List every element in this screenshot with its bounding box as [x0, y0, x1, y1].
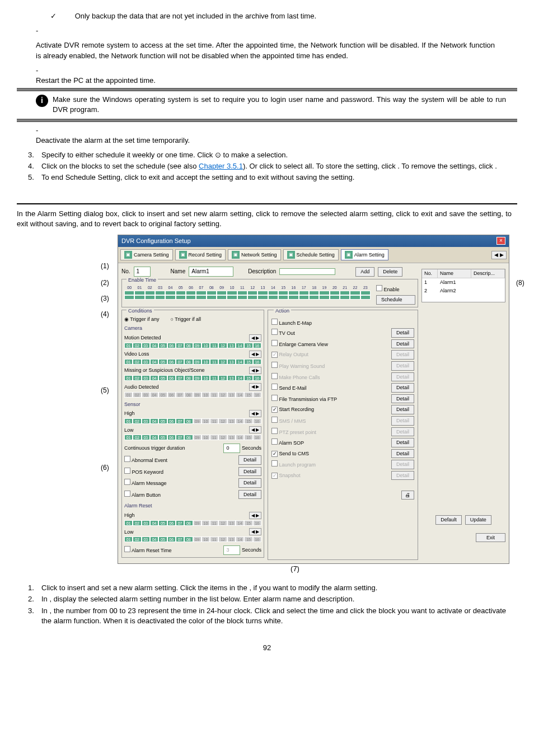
action-checkbox[interactable]: [271, 395, 278, 401]
motion-arrows[interactable]: ◀ ▶: [249, 334, 261, 342]
time-block[interactable]: [124, 291, 134, 295]
camera-cell[interactable]: 08: [184, 536, 193, 542]
audio-arrows[interactable]: ◀ ▶: [249, 383, 261, 390]
action-detail-button[interactable]: Detail: [391, 405, 414, 414]
camera-cell[interactable]: 04: [150, 520, 158, 526]
camera-cell[interactable]: 16: [253, 359, 261, 365]
camera-cell[interactable]: 09: [193, 536, 202, 542]
time-block[interactable]: [257, 295, 268, 300]
camera-cell[interactable]: 04: [150, 536, 158, 542]
pos-detail[interactable]: Detail: [238, 467, 261, 477]
camera-cell[interactable]: 01: [124, 375, 133, 381]
printer-icon[interactable]: 🖨: [401, 491, 414, 500]
camera-cell[interactable]: 13: [227, 359, 236, 365]
camera-cell[interactable]: 14: [236, 536, 244, 542]
enable-checkbox[interactable]: [376, 285, 382, 291]
time-block[interactable]: [319, 295, 329, 300]
cont-trigger-input[interactable]: 0: [223, 444, 240, 453]
camera-cell[interactable]: 14: [236, 418, 244, 424]
camera-cell[interactable]: 10: [202, 418, 210, 424]
chapter-link[interactable]: Chapter 3.5.1: [199, 162, 243, 170]
time-block[interactable]: [237, 291, 247, 295]
time-block[interactable]: [217, 295, 227, 300]
time-block[interactable]: [278, 295, 288, 300]
camera-cell[interactable]: 04: [150, 418, 158, 424]
action-detail-button[interactable]: Detail: [391, 361, 414, 371]
exit-button[interactable]: Exit: [476, 533, 505, 542]
time-block[interactable]: [155, 291, 165, 295]
action-checkbox[interactable]: [271, 438, 278, 445]
camera-cell[interactable]: 09: [193, 520, 202, 526]
time-block[interactable]: [350, 291, 360, 295]
action-detail-button[interactable]: Detail: [391, 328, 414, 338]
time-block[interactable]: [330, 295, 340, 300]
action-checkbox[interactable]: [271, 373, 278, 379]
action-checkbox[interactable]: [271, 362, 278, 368]
alarmbtn-detail[interactable]: Detail: [238, 490, 261, 500]
camera-cell[interactable]: 07: [176, 536, 184, 542]
action-detail-button[interactable]: Detail: [391, 416, 414, 426]
camera-cell[interactable]: 01: [124, 520, 133, 526]
time-block[interactable]: [288, 295, 298, 300]
camera-cell[interactable]: 12: [218, 520, 227, 526]
camera-cell[interactable]: 08: [184, 520, 193, 526]
camera-cell[interactable]: 02: [133, 435, 141, 440]
alarm-row[interactable]: 2Alarm2: [422, 287, 505, 295]
camera-cell[interactable]: 13: [227, 375, 236, 381]
time-block[interactable]: [165, 295, 175, 300]
camera-cell[interactable]: 11: [210, 520, 218, 526]
camera-cell[interactable]: 13: [227, 536, 236, 542]
camera-cell[interactable]: 10: [202, 435, 210, 440]
camera-cell[interactable]: 09: [193, 392, 202, 398]
camera-cell[interactable]: 12: [218, 392, 227, 398]
camera-cell[interactable]: 01: [124, 418, 133, 424]
camera-cell[interactable]: 16: [253, 375, 261, 381]
pos-chk[interactable]: [124, 468, 130, 474]
camera-cell[interactable]: 08: [184, 392, 193, 398]
camera-cell[interactable]: 14: [236, 359, 244, 365]
camera-cell[interactable]: 16: [253, 520, 261, 526]
camera-cell[interactable]: 15: [244, 359, 252, 365]
camera-cell[interactable]: 04: [150, 435, 158, 440]
camera-cell[interactable]: 11: [210, 392, 218, 398]
alarmmsg-chk[interactable]: [124, 479, 130, 485]
camera-cell[interactable]: 06: [167, 536, 176, 542]
action-detail-button[interactable]: Detail: [391, 449, 414, 459]
camera-cell[interactable]: 02: [133, 418, 141, 424]
time-block[interactable]: [134, 291, 144, 295]
camera-cell[interactable]: 15: [244, 392, 252, 398]
camera-cell[interactable]: 13: [227, 520, 236, 526]
camera-cell[interactable]: 03: [142, 375, 150, 381]
camera-cell[interactable]: 09: [193, 435, 202, 440]
camera-cell[interactable]: 15: [244, 520, 252, 526]
time-block[interactable]: [319, 291, 329, 295]
action-checkbox[interactable]: [271, 428, 278, 434]
camera-cell[interactable]: 10: [202, 392, 210, 398]
camera-cell[interactable]: 08: [184, 435, 193, 440]
action-detail-button[interactable]: Detail: [391, 394, 414, 404]
trigger-any-radio[interactable]: ◉ Trigger if any: [124, 316, 160, 323]
camera-cell[interactable]: 12: [218, 359, 227, 365]
action-checkbox[interactable]: ✓: [271, 451, 278, 457]
camera-cell[interactable]: 16: [253, 536, 261, 542]
camera-cell[interactable]: 05: [158, 375, 167, 381]
alarmmsg-detail[interactable]: Detail: [238, 478, 261, 488]
camera-cell[interactable]: 16: [253, 435, 261, 440]
camera-cell[interactable]: 02: [133, 359, 141, 365]
camera-cell[interactable]: 11: [210, 435, 218, 440]
action-checkbox[interactable]: ✓: [271, 473, 278, 479]
time-block[interactable]: [227, 291, 237, 295]
camera-cell[interactable]: 10: [202, 520, 210, 526]
camera-cell[interactable]: 11: [210, 418, 218, 424]
time-block[interactable]: [227, 295, 237, 300]
action-detail-button[interactable]: Detail: [391, 471, 414, 480]
time-block[interactable]: [309, 291, 319, 295]
no-input[interactable]: 1: [134, 267, 151, 277]
action-detail-button[interactable]: Detail: [391, 427, 414, 437]
tab-alarm-setting[interactable]: ▣Alarm Setting: [341, 249, 388, 260]
tab-record-setting[interactable]: ▣Record Setting: [175, 249, 226, 260]
camera-cell[interactable]: 06: [167, 418, 176, 424]
camera-cell[interactable]: 02: [133, 520, 141, 526]
action-checkbox[interactable]: [271, 384, 278, 390]
camera-cell[interactable]: 08: [184, 343, 193, 348]
